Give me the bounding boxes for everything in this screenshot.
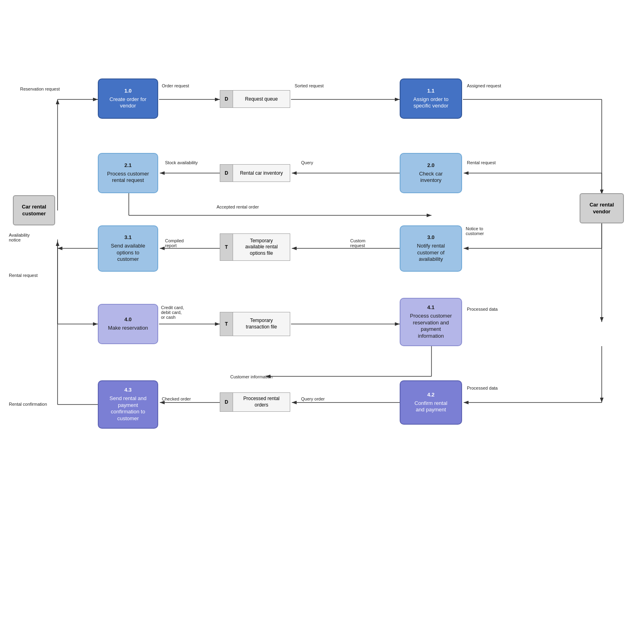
process-2-1-label: Process customerrental request	[107, 171, 149, 184]
label-processed-data-1: Processed data	[467, 307, 497, 312]
process-2-0-label: Check carinventory	[419, 171, 443, 184]
label-processed-data-2: Processed data	[467, 386, 497, 390]
datastore-rental-car-inventory: D Rental car inventory	[220, 164, 290, 182]
process-2-1-number: 2.1	[124, 162, 132, 169]
process-3-1-label: Send availableoptions tocustomer	[111, 243, 145, 263]
label-query-order: Query order	[301, 396, 325, 401]
arrows-svg	[0, 0, 644, 644]
datastore-temp-rental-options: T Temporaryavailable rentaloptions file	[220, 233, 290, 261]
process-4-2-label: Confirm rentaland payment	[415, 400, 448, 414]
datastore-temp-transaction: T Temporarytransaction file	[220, 312, 290, 336]
label-availability-notice: Availabilitynotice	[9, 233, 30, 242]
datastore-processed-orders-prefix: D	[220, 393, 233, 411]
label-rental-confirmation: Rental confirmation	[9, 402, 47, 407]
label-reservation-request: Reservation request	[20, 87, 60, 91]
process-4-0-number: 4.0	[124, 316, 132, 323]
process-3-0-label: Notify rentalcustomer ofavailability	[417, 243, 445, 263]
datastore-temp-transaction-label: Temporarytransaction file	[233, 312, 290, 336]
process-4-3-number: 4.3	[124, 387, 132, 394]
datastore-processed-orders-label: Processed rentalorders	[233, 393, 290, 411]
diagram-container: 1.0 Create order forvendor 1.1 Assign or…	[0, 0, 644, 644]
label-custom-request: Customrequest	[350, 238, 365, 248]
label-checked-order: Checked order	[162, 396, 191, 401]
process-4-2: 4.2 Confirm rentaland payment	[400, 380, 462, 425]
label-sorted-request: Sorted request	[295, 83, 324, 88]
process-3-0: 3.0 Notify rentalcustomer ofavailability	[400, 225, 462, 272]
entity-car-rental-vendor: Car rentalvendor	[580, 193, 624, 223]
datastore-rental-inventory-label: Rental car inventory	[233, 165, 290, 182]
label-order-request: Order request	[162, 83, 189, 88]
process-4-1: 4.1 Process customerreservation andpayme…	[400, 298, 462, 346]
process-2-0: 2.0 Check carinventory	[400, 153, 462, 193]
process-4-0-label: Make reservation	[108, 325, 148, 332]
datastore-request-queue-label: Request queue	[233, 91, 290, 107]
process-4-3-label: Send rental andpaymentconfirmation tocus…	[109, 395, 147, 423]
process-4-0: 4.0 Make reservation	[98, 304, 158, 344]
label-stock-availability: Stock availability	[165, 160, 198, 165]
datastore-temp-options-prefix: T	[220, 234, 233, 260]
label-accepted-rental-order: Accepted rental order	[217, 204, 259, 209]
process-1-0-label: Create order forvendor	[109, 96, 147, 110]
process-3-1: 3.1 Send availableoptions tocustomer	[98, 225, 158, 272]
label-notice-to-customer: Notice tocustomer	[466, 226, 484, 236]
label-compiled-report: Compiledreport	[165, 238, 184, 248]
entity-customer-label: Car rentalcustomer	[22, 204, 46, 217]
process-4-1-number: 4.1	[427, 304, 434, 311]
datastore-temp-options-label: Temporaryavailable rentaloptions file	[233, 234, 290, 260]
process-2-0-number: 2.0	[427, 162, 434, 169]
label-rental-request-vendor: Rental request	[467, 160, 496, 165]
process-3-1-number: 3.1	[124, 234, 132, 241]
datastore-rental-inventory-prefix: D	[220, 165, 233, 182]
datastore-request-queue: D Request queue	[220, 90, 290, 108]
entity-car-rental-customer: Car rentalcustomer	[13, 195, 55, 225]
label-customer-information: Customer information	[230, 374, 272, 379]
label-rental-request: Rental request	[9, 273, 38, 278]
process-1-0: 1.0 Create order forvendor	[98, 78, 158, 119]
label-assigned-request: Assigned request	[467, 83, 501, 88]
process-3-0-number: 3.0	[427, 234, 434, 241]
process-1-1: 1.1 Assign order tospecific vendor	[400, 78, 462, 119]
process-4-2-number: 4.2	[427, 392, 434, 398]
entity-vendor-label: Car rentalvendor	[590, 202, 614, 215]
label-credit-card: Credit card,debit card,or cash	[161, 305, 184, 320]
process-4-3: 4.3 Send rental andpaymentconfirmation t…	[98, 380, 158, 429]
process-1-0-number: 1.0	[124, 88, 132, 95]
process-4-1-label: Process customerreservation andpaymentin…	[410, 313, 452, 340]
datastore-temp-transaction-prefix: T	[220, 312, 233, 336]
datastore-processed-rental-orders: D Processed rentalorders	[220, 392, 290, 412]
process-1-1-label: Assign order tospecific vendor	[413, 96, 448, 110]
process-1-1-number: 1.1	[427, 88, 434, 95]
datastore-request-queue-prefix: D	[220, 91, 233, 107]
label-query: Query	[301, 160, 313, 165]
process-2-1: 2.1 Process customerrental request	[98, 153, 158, 193]
